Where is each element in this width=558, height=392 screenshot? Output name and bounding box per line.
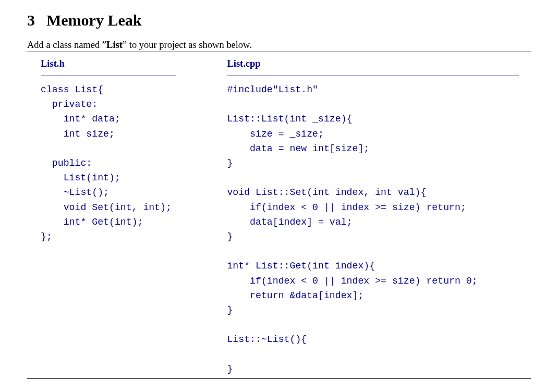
- file-title-cpp: List.cpp: [227, 55, 527, 76]
- code-columns: List.h class List{ private: int* data; i…: [27, 55, 531, 376]
- column-list-cpp: List.cpp #include"List.h" List::List(int…: [213, 55, 531, 376]
- intro-suffix: ” to your project as shown below.: [123, 40, 252, 50]
- intro-prefix: Add a class named ”: [27, 40, 106, 50]
- page: 3 Memory Leak Add a class named ”List” t…: [0, 0, 558, 382]
- intro-bold: List: [106, 40, 123, 50]
- section-title: Memory Leak: [46, 11, 141, 29]
- section-number: 3: [27, 11, 35, 29]
- section-heading: 3 Memory Leak: [27, 11, 531, 29]
- file-rule-cpp: [227, 76, 519, 76]
- file-title-h: List.h: [41, 55, 209, 76]
- file-rule-h: [41, 76, 176, 76]
- intro-paragraph: Add a class named ”List” to your project…: [27, 40, 531, 51]
- column-list-h: List.h class List{ private: int* data; i…: [27, 55, 213, 244]
- code-block-cpp: #include"List.h" List::List(int _size){ …: [227, 82, 527, 376]
- code-block-h: class List{ private: int* data; int size…: [41, 82, 209, 244]
- code-columns-wrap: List.h class List{ private: int* data; i…: [27, 52, 531, 379]
